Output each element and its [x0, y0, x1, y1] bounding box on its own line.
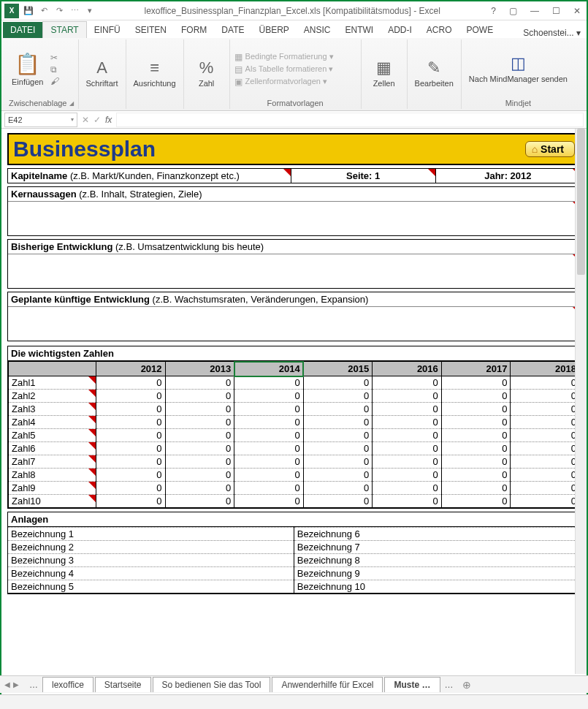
anlage-cell[interactable]: Bezeichnung 7 — [294, 541, 579, 554]
conditional-formatting-button[interactable]: ▦Bedingte Formatierung ▾ — [234, 52, 334, 62]
sheet-overflow-left[interactable]: … — [26, 680, 41, 690]
data-cell[interactable]: 0 — [511, 403, 580, 416]
kernaussagen-header[interactable]: Kernaussagen (z.B. Inhalt, Strategien, Z… — [8, 187, 580, 202]
data-cell[interactable]: 0 — [234, 416, 304, 429]
data-cell[interactable]: 0 — [96, 495, 166, 508]
tab-data[interactable]: DATE — [214, 22, 251, 38]
geplante-header[interactable]: Geplante künftige Entwicklung (z.B. Wach… — [8, 292, 580, 307]
data-cell[interactable]: 0 — [234, 429, 304, 442]
data-cell[interactable]: 0 — [441, 390, 511, 403]
sheet-tab[interactable]: lexoffice — [42, 677, 93, 692]
year-col-selected[interactable]: 2014 — [234, 362, 304, 376]
sheet-nav-prev-icon[interactable]: ◀ — [4, 680, 10, 689]
row-label[interactable]: Zahl10 — [9, 495, 96, 508]
year-col[interactable]: 2012 — [96, 362, 166, 376]
data-cell[interactable]: 0 — [441, 442, 511, 455]
data-cell[interactable]: 0 — [373, 442, 442, 455]
bisherige-header[interactable]: Bisherige Entwicklung (z.B. Umsatzentwic… — [8, 240, 580, 254]
anlage-cell[interactable]: Bezeichnung 10 — [294, 580, 579, 594]
tab-acrobat[interactable]: ACRO — [419, 22, 459, 38]
row-label[interactable]: Zahl3 — [9, 403, 96, 416]
anlage-cell[interactable]: Bezeichnung 4 — [8, 567, 294, 580]
account-name[interactable]: Schoenstei... ▾ — [523, 28, 581, 38]
row-label[interactable]: Zahl5 — [9, 429, 96, 442]
data-cell[interactable]: 0 — [441, 376, 511, 390]
data-cell[interactable]: 0 — [373, 376, 442, 390]
row-label[interactable]: Zahl2 — [9, 390, 96, 403]
save-icon[interactable]: 💾 — [22, 4, 35, 18]
scrollbar-thumb[interactable] — [577, 129, 585, 275]
data-cell[interactable]: 0 — [373, 455, 442, 469]
data-cell[interactable]: 0 — [165, 416, 234, 429]
data-cell[interactable]: 0 — [511, 482, 580, 495]
data-cell[interactable]: 0 — [165, 376, 234, 390]
data-cell[interactable]: 0 — [96, 429, 166, 442]
data-cell[interactable]: 0 — [234, 495, 304, 508]
data-cell[interactable]: 0 — [303, 482, 373, 495]
accept-formula-icon[interactable]: ✓ — [93, 115, 101, 125]
data-cell[interactable]: 0 — [303, 376, 373, 390]
data-cell[interactable]: 0 — [96, 469, 166, 482]
number-button[interactable]: %Zahl — [188, 57, 225, 89]
paste-button[interactable]: 📋 Einfügen — [9, 50, 46, 88]
bisherige-body[interactable] — [8, 254, 580, 288]
data-cell[interactable]: 0 — [303, 442, 373, 455]
data-cell[interactable]: 0 — [373, 390, 442, 403]
data-cell[interactable]: 0 — [96, 416, 166, 429]
sheet-overflow-right[interactable]: … — [442, 680, 457, 690]
data-cell[interactable]: 0 — [303, 390, 373, 403]
maximize-icon[interactable]: ☐ — [549, 6, 563, 16]
row-label[interactable]: Zahl1 — [9, 376, 96, 390]
data-cell[interactable]: 0 — [511, 495, 580, 508]
sheet-nav-next-icon[interactable]: ▶ — [13, 680, 19, 689]
data-cell[interactable]: 0 — [373, 416, 442, 429]
cell-styles-button[interactable]: ▣Zellenformatvorlagen ▾ — [234, 77, 334, 87]
year-col[interactable]: 2015 — [303, 362, 373, 376]
anlage-cell[interactable]: Bezeichnung 9 — [294, 567, 579, 580]
vertical-scrollbar[interactable] — [575, 129, 587, 674]
help-icon[interactable]: ? — [488, 6, 499, 16]
redo-icon[interactable]: ↷ — [53, 4, 66, 18]
tab-pagelayout[interactable]: SEITEN — [128, 22, 174, 38]
data-cell[interactable]: 0 — [234, 455, 304, 469]
close-icon[interactable]: ✕ — [570, 6, 584, 16]
data-cell[interactable]: 0 — [96, 442, 166, 455]
data-cell[interactable]: 0 — [96, 390, 166, 403]
data-cell[interactable]: 0 — [373, 429, 442, 442]
mindmanager-button[interactable]: ◫Nach MindManager senden — [466, 53, 570, 85]
anlage-cell[interactable]: Bezeichnung 6 — [294, 528, 579, 541]
data-cell[interactable]: 0 — [96, 455, 166, 469]
data-cell[interactable]: 0 — [511, 442, 580, 455]
data-cell[interactable]: 0 — [441, 429, 511, 442]
data-cell[interactable]: 0 — [234, 390, 304, 403]
tab-file[interactable]: DATEI — [3, 22, 42, 38]
data-cell[interactable]: 0 — [303, 429, 373, 442]
row-label[interactable]: Zahl6 — [9, 442, 96, 455]
data-cell[interactable]: 0 — [441, 495, 511, 508]
undo-icon[interactable]: ↶ — [37, 4, 50, 18]
cut-icon[interactable]: ✂ — [50, 53, 59, 63]
dialog-launcher-icon[interactable]: ◢ — [69, 100, 74, 107]
data-cell[interactable]: 0 — [165, 403, 234, 416]
data-cell[interactable]: 0 — [96, 403, 166, 416]
namebox-dropdown-icon[interactable]: ▾ — [71, 116, 74, 123]
data-cell[interactable]: 0 — [165, 429, 234, 442]
tab-addins[interactable]: ADD-I — [381, 22, 419, 38]
data-cell[interactable]: 0 — [441, 482, 511, 495]
ribbon-options-icon[interactable]: ▢ — [506, 6, 520, 16]
data-cell[interactable]: 0 — [96, 376, 166, 390]
data-cell[interactable]: 0 — [234, 376, 304, 390]
formula-input[interactable] — [116, 113, 584, 127]
anlage-cell[interactable]: Bezeichnung 3 — [8, 554, 294, 567]
tab-power[interactable]: POWE — [459, 22, 501, 38]
tab-view[interactable]: ANSIC — [297, 22, 338, 38]
anlage-cell[interactable]: Bezeichnung 8 — [294, 554, 579, 567]
sheet-tab[interactable]: So bedienen Sie das Tool — [153, 677, 271, 692]
data-cell[interactable]: 0 — [373, 482, 442, 495]
data-cell[interactable]: 0 — [441, 403, 511, 416]
qat-dropdown-icon[interactable]: ▾ — [83, 4, 96, 18]
row-label[interactable]: Zahl9 — [9, 482, 96, 495]
row-label[interactable]: Zahl4 — [9, 416, 96, 429]
data-cell[interactable]: 0 — [373, 469, 442, 482]
format-painter-icon[interactable]: 🖌 — [50, 76, 59, 86]
